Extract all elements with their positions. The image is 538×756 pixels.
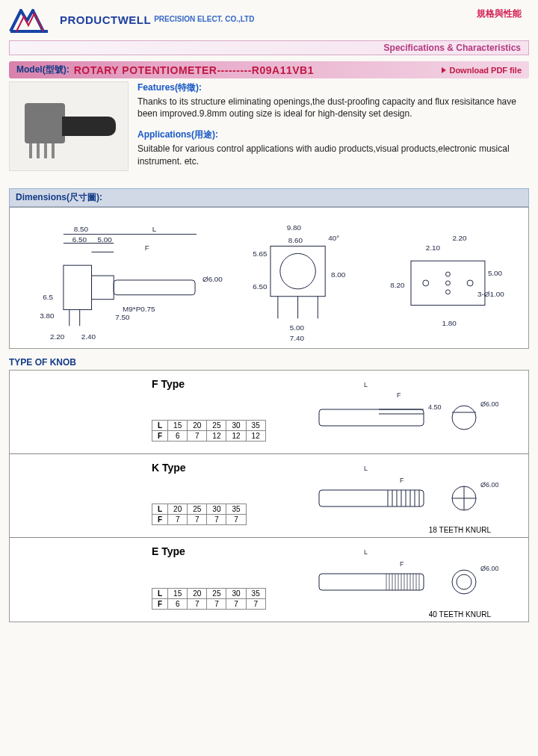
knob-note-e: 40 TEETH KNURL [429, 610, 491, 619]
svg-text:3-Ø1.00: 3-Ø1.00 [477, 289, 504, 297]
svg-text:M9*P0.75: M9*P0.75 [123, 304, 155, 312]
play-icon [442, 67, 446, 73]
dimensions-drawing: 8.50 L 6.50 5.00 F Ø6.00 6.5 3.80 2.20 2… [9, 207, 529, 349]
svg-text:2.40: 2.40 [81, 332, 96, 341]
knob-table-k: L 20253035 F 7777 [152, 504, 247, 525]
header: PRODUCTWELL PRECISION ELECT. CO.,LTD 規格與… [9, 7, 529, 39]
knob-table-f: L 1520253035 F 67121212 [152, 420, 266, 441]
company-subtitle: PRECISION ELECT. CO.,LTD [154, 15, 254, 23]
knob-table-e: L 1520253035 F 67777 [152, 588, 266, 610]
svg-text:9.80: 9.80 [287, 223, 302, 231]
svg-text:L: L [364, 381, 368, 388]
datasheet-page: PRODUCTWELL PRECISION ELECT. CO.,LTD 規格與… [0, 0, 538, 756]
model-label: Model(型號): [16, 63, 69, 76]
company-logo [9, 7, 55, 39]
knob-row-k: K Type L 20253035 F 7777 [10, 454, 528, 538]
product-render [9, 81, 129, 171]
knob-title: E Type [152, 545, 185, 557]
model-name: ROTARY POTENTIOMETER---------R09A11VB1 [74, 64, 314, 76]
svg-rect-1 [64, 265, 92, 309]
features-head: Features(特徵): [137, 81, 529, 94]
applications-body: Suitable for various control application… [137, 143, 529, 167]
svg-point-35 [423, 280, 429, 286]
svg-point-83 [452, 570, 476, 594]
applications-head: Applications(用途): [137, 128, 529, 141]
svg-text:8.60: 8.60 [288, 236, 303, 244]
svg-rect-46 [319, 409, 424, 426]
svg-point-39 [467, 280, 473, 286]
svg-text:Ø6.00: Ø6.00 [480, 400, 498, 408]
svg-text:8.20: 8.20 [390, 281, 405, 289]
knob-title: K Type [152, 462, 186, 474]
svg-text:4.50: 4.50 [428, 403, 442, 411]
knob-diagram-e: L F Ø6.00 [304, 544, 498, 614]
svg-text:7.40: 7.40 [290, 334, 305, 342]
svg-text:1.80: 1.80 [442, 319, 457, 327]
knob-row-f: F Type L 1520253035 F 67121212 L F [10, 371, 528, 454]
svg-point-22 [280, 253, 315, 288]
svg-text:6.5: 6.5 [43, 292, 53, 300]
knob-title: F Type [152, 378, 185, 390]
svg-text:F: F [400, 477, 404, 484]
knob-note-k: 18 TEETH KNURL [429, 526, 491, 534]
svg-text:Ø6.00: Ø6.00 [480, 565, 498, 572]
svg-text:Ø6.00: Ø6.00 [202, 275, 223, 283]
download-label: Download PDF file [449, 66, 522, 75]
svg-text:40°: 40° [328, 233, 339, 241]
zh-spec-label: 規格與性能 [477, 7, 522, 20]
svg-rect-55 [319, 490, 424, 506]
svg-text:8.00: 8.00 [331, 270, 346, 279]
svg-text:F: F [145, 244, 149, 252]
svg-text:5.00: 5.00 [488, 269, 503, 277]
knob-diagram-f: L F 4.50 Ø6.00 [304, 377, 498, 447]
spec-char-bar: Specifications & Characteristics [9, 40, 529, 55]
svg-text:6.50: 6.50 [253, 282, 268, 291]
svg-text:5.65: 5.65 [253, 250, 268, 258]
dimensions-head: Dimensions(尺寸圖): [9, 188, 529, 207]
svg-rect-2 [92, 276, 114, 300]
svg-text:F: F [397, 391, 401, 399]
model-bar: Model(型號): ROTARY POTENTIOMETER---------… [9, 61, 529, 78]
company-name: PRODUCTWELL [60, 13, 151, 26]
svg-text:8.50: 8.50 [74, 224, 89, 232]
svg-point-36 [445, 272, 450, 276]
knob-row-e: E Type L 1520253035 F 67777 [10, 538, 528, 622]
knob-types-box: F Type L 1520253035 F 67121212 L F [9, 370, 529, 622]
svg-text:2.20: 2.20 [50, 332, 65, 341]
svg-text:5.00: 5.00 [97, 235, 112, 243]
svg-text:L: L [152, 224, 157, 232]
type-of-knob-head: TYPE OF KNOB [9, 355, 529, 370]
download-pdf-link[interactable]: Download PDF file [442, 66, 522, 75]
svg-text:F: F [400, 560, 404, 568]
features-body: Thanks to its structure eliminating open… [137, 96, 529, 120]
svg-text:L: L [364, 465, 368, 472]
svg-text:2.10: 2.10 [426, 244, 441, 252]
svg-text:7.50: 7.50 [115, 313, 130, 321]
intro-row: Features(特徵): Thanks to its structure el… [9, 81, 529, 176]
svg-point-38 [445, 290, 450, 294]
svg-text:6.50: 6.50 [72, 235, 87, 243]
svg-rect-3 [114, 280, 195, 295]
svg-rect-70 [319, 574, 424, 590]
svg-rect-34 [411, 261, 485, 305]
svg-text:3.80: 3.80 [40, 312, 55, 320]
svg-text:2.20: 2.20 [452, 233, 467, 241]
svg-point-84 [457, 574, 471, 589]
svg-text:5.00: 5.00 [290, 323, 305, 332]
svg-text:Ø6.00: Ø6.00 [480, 481, 498, 489]
header-right: 規格與性能 [477, 7, 529, 20]
knob-diagram-k: L F Ø6.00 [304, 460, 498, 530]
intro-text: Features(特徵): Thanks to its structure el… [137, 81, 529, 176]
svg-text:L: L [364, 548, 368, 556]
svg-point-37 [445, 281, 450, 285]
svg-point-49 [452, 406, 476, 430]
